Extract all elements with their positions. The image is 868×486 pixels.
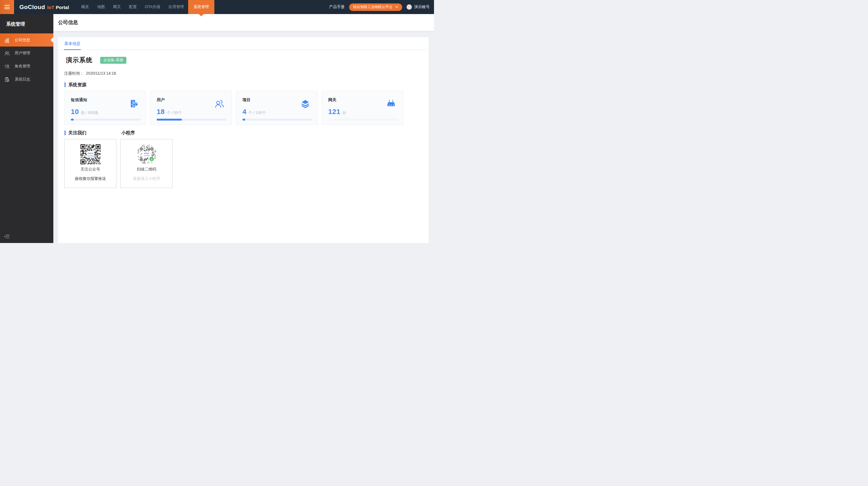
top-nav: 概览 地图 网关 配置 OTA升级 应用管理 系统管理	[77, 0, 214, 14]
account-name: 演示账号	[414, 4, 430, 10]
sidebar-item-role-mgmt[interactable]: 角色管理	[0, 60, 53, 73]
svg-text:RIGO: RIGO	[144, 152, 149, 154]
company-info-card: 基本信息 演示系统 企业版-高级 注册时间：2020/11/13 14:16 系…	[58, 37, 429, 243]
section-accent-bar	[65, 131, 65, 135]
qr-section-headers: 关注我们 小程序	[58, 130, 429, 136]
nav-item-config[interactable]: 配置	[125, 0, 141, 14]
page-title: 公司信息	[58, 19, 78, 26]
nav-item-map[interactable]: 地图	[93, 0, 109, 14]
tab-bar: 基本信息	[58, 37, 429, 50]
top-navbar: GoCloud IoT Portal 概览 地图 网关 配置 OTA升级 应用管…	[0, 0, 434, 14]
building-icon	[4, 37, 10, 43]
wechat-qr-code: RIGO锐谷智联	[81, 144, 100, 164]
sidebar: 系统管理 公司信息 用户管理	[0, 14, 53, 243]
progress-bar	[71, 119, 141, 120]
qr-row: RIGO锐谷智联 关注公众号 接收微信报警推送 RIGO锐谷智联S 扫描二维码 …	[58, 139, 429, 188]
nav-item-system-mgmt[interactable]: 系统管理	[188, 0, 214, 14]
sidebar-item-label: 用户管理	[15, 51, 30, 56]
logo-primary: GoCloud	[19, 4, 45, 10]
main-area: 公司信息 基本信息 演示系统 企业版-高级 注册时间：2020/11/13 14…	[53, 14, 434, 243]
logo-suffix: Portal	[56, 5, 69, 10]
progress-bar	[328, 119, 398, 120]
resources-section-title: 系统资源	[58, 82, 429, 88]
avatar[interactable]	[407, 4, 412, 10]
page-header: 公司信息	[53, 14, 434, 31]
qr-caption: 关注公众号	[65, 167, 116, 172]
resource-card-sms: 短信通知	[64, 91, 146, 125]
plan-badge: 企业版-高级	[100, 57, 126, 64]
topbar-right: 产品手册 锐谷智联工业物联云平台 演示账号	[329, 0, 434, 14]
app-logo: GoCloud IoT Portal	[19, 4, 69, 10]
users-icon	[214, 99, 225, 109]
qr-note: 接收微信报警推送	[65, 176, 116, 181]
platform-selector-label: 锐谷智联工业物联云平台	[353, 5, 393, 9]
tab-basic-info[interactable]: 基本信息	[64, 37, 81, 50]
resource-card-gateways: 网关 121 台	[322, 91, 403, 125]
progress-bar	[242, 119, 312, 120]
follow-us-title: 关注我们	[65, 130, 121, 136]
sidebar-menu: 公司信息 用户管理 角色管理	[0, 33, 53, 86]
product-manual-link[interactable]: 产品手册	[329, 4, 345, 10]
role-icon	[4, 64, 10, 69]
sidebar-title: 系统管理	[0, 14, 53, 27]
chevron-down-icon	[395, 6, 398, 8]
sms-phone-icon	[128, 99, 139, 109]
register-time-row: 注册时间：2020/11/13 14:16	[58, 64, 429, 76]
nav-item-ota[interactable]: OTA升级	[141, 0, 164, 14]
nav-item-gateway[interactable]: 网关	[109, 0, 125, 14]
register-time-label: 注册时间：	[64, 71, 84, 76]
sidebar-collapse-button[interactable]	[4, 234, 10, 240]
sidebar-item-user-mgmt[interactable]: 用户管理	[0, 47, 53, 60]
qr-note: 直接进入小程序	[121, 176, 172, 181]
resource-card-projects: 项目 4 个 / 100个	[236, 91, 318, 125]
resource-card-users: 用户 18 个 / 50个	[150, 91, 232, 125]
sidebar-item-system-log[interactable]: 系统日志	[0, 73, 53, 86]
nav-item-apps[interactable]: 应用管理	[164, 0, 188, 14]
content: 基本信息 演示系统 企业版-高级 注册时间：2020/11/13 14:16 系…	[53, 31, 434, 243]
svg-text:锐谷智联: 锐谷智联	[144, 155, 150, 156]
nav-item-overview[interactable]: 概览	[77, 0, 93, 14]
wechat-official-qr-card: RIGO锐谷智联 关注公众号 接收微信报警推送	[64, 139, 116, 188]
router-icon	[386, 99, 396, 109]
resources-grid: 短信通知	[58, 91, 411, 125]
users-icon	[4, 51, 10, 56]
logo-accent: IoT	[47, 5, 54, 10]
platform-selector[interactable]: 锐谷智联工业物联云平台	[349, 3, 402, 11]
sidebar-item-label: 系统日志	[15, 77, 30, 82]
progress-bar	[157, 119, 226, 120]
section-accent-bar	[65, 82, 65, 87]
sidebar-item-company-info[interactable]: 公司信息	[0, 33, 53, 47]
mini-program-qr-code: RIGO锐谷智联S	[137, 144, 157, 164]
mini-program-qr-card: RIGO锐谷智联S 扫描二维码 直接进入小程序	[120, 139, 173, 188]
register-time-value: 2020/11/13 14:16	[86, 71, 116, 76]
mini-program-title: 小程序	[121, 130, 135, 136]
company-row: 演示系统 企业版-高级	[58, 50, 429, 64]
qr-caption: 扫描二维码	[121, 167, 172, 172]
svg-text:锐谷智联: 锐谷智联	[87, 155, 93, 157]
hamburger-icon	[4, 5, 10, 6]
svg-text:S: S	[151, 158, 152, 161]
menu-toggle-button[interactable]	[0, 0, 14, 14]
svg-text:RIGO: RIGO	[88, 152, 93, 154]
layers-icon	[300, 99, 310, 109]
sidebar-item-label: 角色管理	[15, 64, 30, 69]
company-name: 演示系统	[66, 56, 93, 64]
log-icon	[4, 77, 10, 82]
sidebar-item-label: 公司信息	[15, 37, 30, 43]
